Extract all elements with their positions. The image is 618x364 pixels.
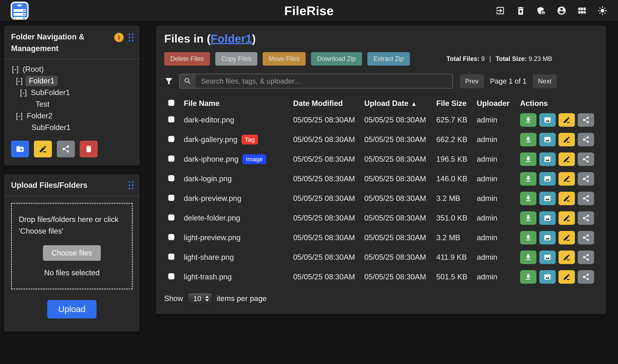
share-file-button[interactable] <box>578 231 594 245</box>
delete-folder-button[interactable] <box>80 141 98 157</box>
rename-file-button[interactable] <box>559 211 575 225</box>
download-file-button[interactable] <box>520 231 537 245</box>
search-row: Prev Page 1 of 1 Next <box>164 74 598 89</box>
preview-image-button[interactable] <box>539 133 556 146</box>
preview-image-button[interactable] <box>539 192 556 205</box>
dropzone[interactable]: Drop files/folders here or click 'Choose… <box>11 203 133 289</box>
prev-page-button[interactable]: Prev <box>460 74 484 88</box>
drag-handle-icon[interactable] <box>129 33 133 41</box>
logout-icon[interactable] <box>495 6 505 15</box>
collapse-toggle[interactable]: [-] <box>20 88 27 97</box>
tree-item-root[interactable]: [-](Root) <box>4 63 135 75</box>
user-profile-icon[interactable] <box>557 6 566 15</box>
apps-grid-icon[interactable] <box>577 6 587 15</box>
folder-nav-card: Folder Navigation & Management i [-](Roo… <box>4 26 140 166</box>
download-icon <box>524 273 532 281</box>
download-file-button[interactable] <box>520 133 537 146</box>
drag-handle-icon[interactable] <box>129 181 133 189</box>
row-checkbox[interactable] <box>168 195 174 201</box>
preview-image-button[interactable] <box>539 113 556 127</box>
download-file-button[interactable] <box>520 270 537 284</box>
rename-file-button[interactable] <box>559 192 575 205</box>
col-header-upload-date[interactable]: Upload Date▲ <box>361 99 433 108</box>
choose-files-button[interactable]: Choose files <box>43 245 101 261</box>
search-icon[interactable] <box>180 74 196 88</box>
share-file-button[interactable] <box>578 113 594 127</box>
preview-image-button[interactable] <box>539 172 556 186</box>
trash-restore-icon[interactable] <box>516 6 526 15</box>
download-file-button[interactable] <box>520 251 537 264</box>
file-name: light-preview.png <box>184 234 241 242</box>
download-file-button[interactable] <box>520 113 537 127</box>
share-file-button[interactable] <box>578 133 594 146</box>
next-page-button[interactable]: Next <box>533 74 557 88</box>
preview-image-button[interactable] <box>539 231 556 245</box>
row-checkbox[interactable] <box>168 136 174 142</box>
move-files-button[interactable]: Move Files <box>263 52 306 65</box>
tree-item-subfolder1[interactable]: [-]SubFolder1 <box>4 87 135 98</box>
share-file-button[interactable] <box>578 251 594 264</box>
filter-icon[interactable] <box>164 77 173 86</box>
rename-folder-button[interactable] <box>34 141 52 157</box>
col-header-uploader[interactable]: Uploader <box>473 99 516 108</box>
tree-item-label: Test <box>34 99 51 109</box>
row-checkbox[interactable] <box>168 175 174 181</box>
download-zip-button[interactable]: Download Zip <box>311 52 362 65</box>
collapse-toggle[interactable]: [-] <box>12 65 19 74</box>
preview-image-button[interactable] <box>539 153 556 166</box>
delete-files-button[interactable]: Delete Files <box>164 52 210 65</box>
rename-file-button[interactable] <box>559 172 575 186</box>
current-folder-link[interactable]: Folder1 <box>210 32 252 45</box>
preview-image-button[interactable] <box>539 211 556 225</box>
tree-item-test[interactable]: Test <box>4 98 135 110</box>
col-header-date-modified[interactable]: Date Modified <box>289 99 361 108</box>
download-file-button[interactable] <box>520 192 537 205</box>
row-checkbox[interactable] <box>168 116 174 122</box>
download-file-button[interactable] <box>520 211 537 225</box>
filerise-logo-icon[interactable] <box>11 2 29 20</box>
row-checkbox[interactable] <box>168 214 174 221</box>
col-header-file-size[interactable]: File Size <box>433 99 473 108</box>
tree-item-folder2[interactable]: [-]Folder2 <box>4 110 135 122</box>
create-folder-button[interactable] <box>11 141 29 157</box>
rename-file-button[interactable] <box>559 133 575 146</box>
tree-item-folder1[interactable]: [-]Folder1 <box>4 75 135 87</box>
share-file-button[interactable] <box>578 192 594 205</box>
row-checkbox[interactable] <box>168 234 174 240</box>
share-folder-button[interactable] <box>57 141 75 157</box>
select-all-checkbox[interactable] <box>168 100 174 106</box>
extract-zip-button[interactable]: Extract Zip <box>367 52 410 65</box>
items-per-page-select[interactable]: 10 <box>188 293 212 304</box>
rename-file-button[interactable] <box>559 251 575 264</box>
share-file-button[interactable] <box>578 172 594 186</box>
table-header-row: File Name Date Modified Upload Date▲ Fil… <box>164 97 598 110</box>
uploader-cell: admin <box>473 273 516 281</box>
download-file-button[interactable] <box>520 172 537 186</box>
row-checkbox[interactable] <box>168 273 174 279</box>
collapse-toggle[interactable]: [-] <box>16 112 23 120</box>
collapse-toggle[interactable]: [-] <box>16 77 23 85</box>
file-name: light-trash.png <box>184 273 232 281</box>
upload-date-cell: 05/05/25 08:30AM <box>361 116 433 124</box>
copy-files-button[interactable]: Copy Files <box>215 52 257 65</box>
admin-shield-icon[interactable] <box>536 6 546 15</box>
tree-item-subfolder1[interactable]: SubFolder1 <box>4 122 135 133</box>
share-file-button[interactable] <box>578 270 594 284</box>
rename-file-button[interactable] <box>559 153 575 166</box>
download-file-button[interactable] <box>520 153 537 166</box>
share-file-button[interactable] <box>578 153 594 166</box>
preview-image-button[interactable] <box>539 270 556 284</box>
info-icon[interactable]: i <box>114 33 124 42</box>
light-mode-icon[interactable] <box>598 6 607 15</box>
row-checkbox[interactable] <box>168 156 174 162</box>
page-indicator: Page 1 of 1 <box>490 77 527 85</box>
rename-file-button[interactable] <box>559 113 575 127</box>
rename-file-button[interactable] <box>559 231 575 245</box>
search-input[interactable] <box>196 74 452 88</box>
share-file-button[interactable] <box>578 211 594 225</box>
row-checkbox[interactable] <box>168 254 174 260</box>
col-header-file-name[interactable]: File Name <box>180 99 289 108</box>
preview-image-button[interactable] <box>539 251 556 264</box>
upload-button[interactable]: Upload <box>47 300 96 318</box>
rename-file-button[interactable] <box>559 270 575 284</box>
